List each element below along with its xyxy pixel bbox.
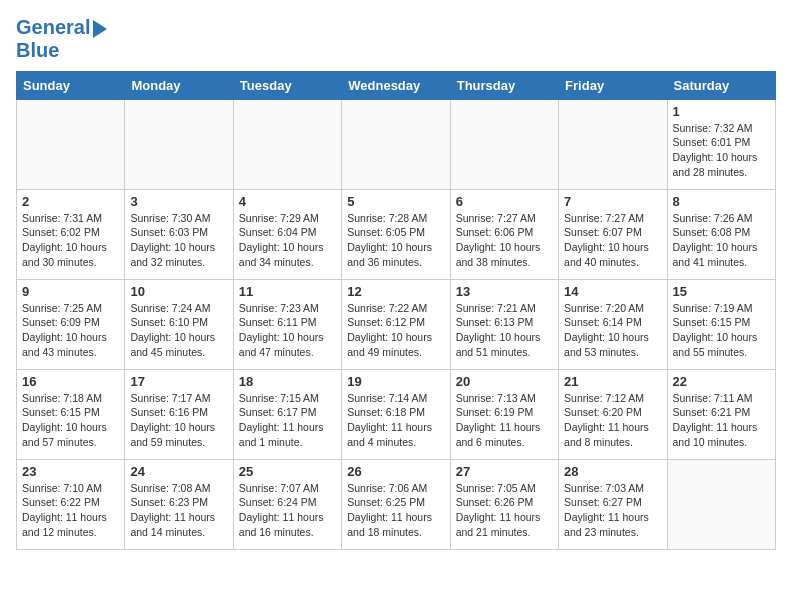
calendar-cell: [17, 99, 125, 189]
day-info: Sunrise: 7:24 AM Sunset: 6:10 PM Dayligh…: [130, 301, 227, 360]
day-info: Sunrise: 7:20 AM Sunset: 6:14 PM Dayligh…: [564, 301, 661, 360]
calendar-cell: 15Sunrise: 7:19 AM Sunset: 6:15 PM Dayli…: [667, 279, 775, 369]
calendar-cell: [233, 99, 341, 189]
calendar-cell: [450, 99, 558, 189]
day-number: 12: [347, 284, 444, 299]
calendar-cell: 18Sunrise: 7:15 AM Sunset: 6:17 PM Dayli…: [233, 369, 341, 459]
logo-blue: Blue: [16, 39, 59, 61]
calendar-cell: 28Sunrise: 7:03 AM Sunset: 6:27 PM Dayli…: [559, 459, 667, 549]
day-number: 18: [239, 374, 336, 389]
weekday-header-monday: Monday: [125, 71, 233, 99]
logo: General Blue: [16, 16, 107, 61]
day-number: 3: [130, 194, 227, 209]
day-number: 10: [130, 284, 227, 299]
calendar-cell: 17Sunrise: 7:17 AM Sunset: 6:16 PM Dayli…: [125, 369, 233, 459]
day-info: Sunrise: 7:27 AM Sunset: 6:07 PM Dayligh…: [564, 211, 661, 270]
calendar-cell: [342, 99, 450, 189]
calendar-cell: 14Sunrise: 7:20 AM Sunset: 6:14 PM Dayli…: [559, 279, 667, 369]
calendar-cell: [559, 99, 667, 189]
day-number: 21: [564, 374, 661, 389]
week-row-3: 16Sunrise: 7:18 AM Sunset: 6:15 PM Dayli…: [17, 369, 776, 459]
day-number: 9: [22, 284, 119, 299]
day-info: Sunrise: 7:27 AM Sunset: 6:06 PM Dayligh…: [456, 211, 553, 270]
calendar-cell: 8Sunrise: 7:26 AM Sunset: 6:08 PM Daylig…: [667, 189, 775, 279]
day-number: 6: [456, 194, 553, 209]
day-number: 8: [673, 194, 770, 209]
day-info: Sunrise: 7:28 AM Sunset: 6:05 PM Dayligh…: [347, 211, 444, 270]
calendar-cell: 1Sunrise: 7:32 AM Sunset: 6:01 PM Daylig…: [667, 99, 775, 189]
day-number: 25: [239, 464, 336, 479]
day-info: Sunrise: 7:17 AM Sunset: 6:16 PM Dayligh…: [130, 391, 227, 450]
calendar-cell: 7Sunrise: 7:27 AM Sunset: 6:07 PM Daylig…: [559, 189, 667, 279]
calendar-cell: 26Sunrise: 7:06 AM Sunset: 6:25 PM Dayli…: [342, 459, 450, 549]
day-info: Sunrise: 7:15 AM Sunset: 6:17 PM Dayligh…: [239, 391, 336, 450]
week-row-0: 1Sunrise: 7:32 AM Sunset: 6:01 PM Daylig…: [17, 99, 776, 189]
day-info: Sunrise: 7:22 AM Sunset: 6:12 PM Dayligh…: [347, 301, 444, 360]
day-info: Sunrise: 7:31 AM Sunset: 6:02 PM Dayligh…: [22, 211, 119, 270]
day-info: Sunrise: 7:13 AM Sunset: 6:19 PM Dayligh…: [456, 391, 553, 450]
calendar-cell: 16Sunrise: 7:18 AM Sunset: 6:15 PM Dayli…: [17, 369, 125, 459]
week-row-4: 23Sunrise: 7:10 AM Sunset: 6:22 PM Dayli…: [17, 459, 776, 549]
calendar-cell: 20Sunrise: 7:13 AM Sunset: 6:19 PM Dayli…: [450, 369, 558, 459]
day-number: 28: [564, 464, 661, 479]
calendar-cell: 12Sunrise: 7:22 AM Sunset: 6:12 PM Dayli…: [342, 279, 450, 369]
day-number: 14: [564, 284, 661, 299]
day-number: 17: [130, 374, 227, 389]
day-info: Sunrise: 7:05 AM Sunset: 6:26 PM Dayligh…: [456, 481, 553, 540]
weekday-header-saturday: Saturday: [667, 71, 775, 99]
day-info: Sunrise: 7:11 AM Sunset: 6:21 PM Dayligh…: [673, 391, 770, 450]
calendar-cell: 3Sunrise: 7:30 AM Sunset: 6:03 PM Daylig…: [125, 189, 233, 279]
day-number: 26: [347, 464, 444, 479]
calendar-cell: 27Sunrise: 7:05 AM Sunset: 6:26 PM Dayli…: [450, 459, 558, 549]
day-info: Sunrise: 7:03 AM Sunset: 6:27 PM Dayligh…: [564, 481, 661, 540]
day-number: 5: [347, 194, 444, 209]
calendar-cell: [125, 99, 233, 189]
day-info: Sunrise: 7:12 AM Sunset: 6:20 PM Dayligh…: [564, 391, 661, 450]
logo-triangle-icon: [93, 20, 107, 38]
day-info: Sunrise: 7:19 AM Sunset: 6:15 PM Dayligh…: [673, 301, 770, 360]
day-info: Sunrise: 7:32 AM Sunset: 6:01 PM Dayligh…: [673, 121, 770, 180]
day-number: 19: [347, 374, 444, 389]
day-info: Sunrise: 7:07 AM Sunset: 6:24 PM Dayligh…: [239, 481, 336, 540]
day-number: 23: [22, 464, 119, 479]
calendar-cell: 13Sunrise: 7:21 AM Sunset: 6:13 PM Dayli…: [450, 279, 558, 369]
day-number: 20: [456, 374, 553, 389]
day-number: 27: [456, 464, 553, 479]
day-number: 13: [456, 284, 553, 299]
weekday-header-row: SundayMondayTuesdayWednesdayThursdayFrid…: [17, 71, 776, 99]
page-header: General Blue: [16, 16, 776, 61]
day-info: Sunrise: 7:08 AM Sunset: 6:23 PM Dayligh…: [130, 481, 227, 540]
calendar-cell: 21Sunrise: 7:12 AM Sunset: 6:20 PM Dayli…: [559, 369, 667, 459]
weekday-header-thursday: Thursday: [450, 71, 558, 99]
calendar-cell: 6Sunrise: 7:27 AM Sunset: 6:06 PM Daylig…: [450, 189, 558, 279]
day-info: Sunrise: 7:25 AM Sunset: 6:09 PM Dayligh…: [22, 301, 119, 360]
day-info: Sunrise: 7:30 AM Sunset: 6:03 PM Dayligh…: [130, 211, 227, 270]
day-info: Sunrise: 7:14 AM Sunset: 6:18 PM Dayligh…: [347, 391, 444, 450]
day-info: Sunrise: 7:23 AM Sunset: 6:11 PM Dayligh…: [239, 301, 336, 360]
calendar-cell: 10Sunrise: 7:24 AM Sunset: 6:10 PM Dayli…: [125, 279, 233, 369]
week-row-2: 9Sunrise: 7:25 AM Sunset: 6:09 PM Daylig…: [17, 279, 776, 369]
day-info: Sunrise: 7:29 AM Sunset: 6:04 PM Dayligh…: [239, 211, 336, 270]
calendar-cell: 23Sunrise: 7:10 AM Sunset: 6:22 PM Dayli…: [17, 459, 125, 549]
weekday-header-friday: Friday: [559, 71, 667, 99]
week-row-1: 2Sunrise: 7:31 AM Sunset: 6:02 PM Daylig…: [17, 189, 776, 279]
calendar-cell: 19Sunrise: 7:14 AM Sunset: 6:18 PM Dayli…: [342, 369, 450, 459]
calendar-cell: 11Sunrise: 7:23 AM Sunset: 6:11 PM Dayli…: [233, 279, 341, 369]
day-number: 22: [673, 374, 770, 389]
day-info: Sunrise: 7:21 AM Sunset: 6:13 PM Dayligh…: [456, 301, 553, 360]
day-number: 1: [673, 104, 770, 119]
calendar-cell: 9Sunrise: 7:25 AM Sunset: 6:09 PM Daylig…: [17, 279, 125, 369]
day-number: 2: [22, 194, 119, 209]
calendar-cell: 22Sunrise: 7:11 AM Sunset: 6:21 PM Dayli…: [667, 369, 775, 459]
calendar-cell: 2Sunrise: 7:31 AM Sunset: 6:02 PM Daylig…: [17, 189, 125, 279]
calendar-cell: 5Sunrise: 7:28 AM Sunset: 6:05 PM Daylig…: [342, 189, 450, 279]
calendar-cell: [667, 459, 775, 549]
logo-text: General: [16, 16, 107, 39]
day-number: 11: [239, 284, 336, 299]
day-info: Sunrise: 7:10 AM Sunset: 6:22 PM Dayligh…: [22, 481, 119, 540]
calendar-cell: 4Sunrise: 7:29 AM Sunset: 6:04 PM Daylig…: [233, 189, 341, 279]
day-number: 4: [239, 194, 336, 209]
day-info: Sunrise: 7:26 AM Sunset: 6:08 PM Dayligh…: [673, 211, 770, 270]
day-number: 16: [22, 374, 119, 389]
day-info: Sunrise: 7:06 AM Sunset: 6:25 PM Dayligh…: [347, 481, 444, 540]
